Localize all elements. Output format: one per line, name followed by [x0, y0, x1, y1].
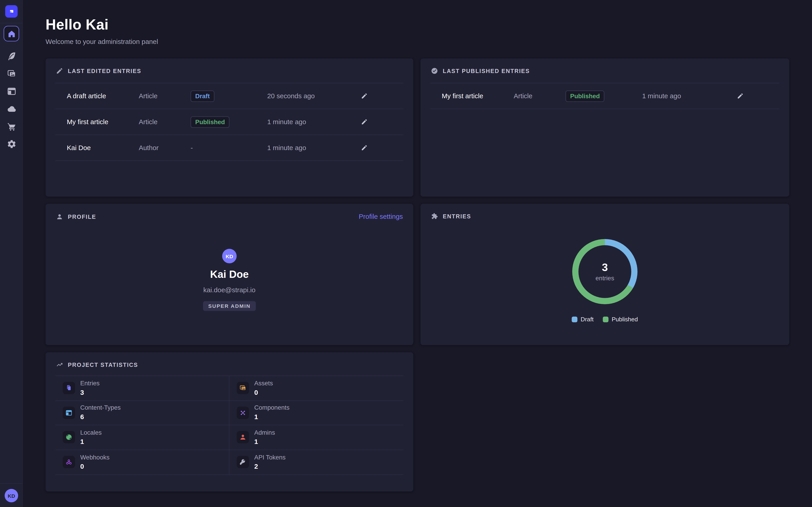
card-header: LAST PUBLISHED ENTRIES	[420, 58, 789, 81]
table-row[interactable]: Kai Doe Author - 1 minute ago	[55, 135, 404, 161]
status-badge: Draft	[191, 90, 214, 102]
profile-body: KD Kai Doe kai.doe@strapi.io SUPER ADMIN	[46, 227, 413, 311]
entry-time: 1 minute ago	[267, 144, 325, 152]
entry-type: Article	[139, 92, 191, 100]
draft-swatch	[572, 316, 577, 322]
feather-icon	[6, 51, 16, 61]
entry-type: Article	[139, 118, 191, 125]
card-title: PROFILE	[68, 213, 96, 220]
entries-donut: 3 entries	[572, 239, 638, 304]
stat-label: Components	[254, 405, 289, 412]
strapi-logo-icon	[7, 7, 15, 15]
entry-type: Author	[139, 144, 191, 152]
stat-value: 2	[254, 462, 286, 470]
project-statistics-card: PROJECT STATISTICS Entries3 Assets0 Cont…	[46, 352, 413, 492]
locales-icon	[65, 434, 72, 441]
sidebar-item-settings[interactable]	[6, 138, 17, 150]
sidebar-item-media-library[interactable]	[6, 68, 17, 79]
stat-value: 0	[254, 388, 273, 396]
sidebar-item-home[interactable]	[4, 26, 19, 42]
pencil-icon	[56, 67, 63, 74]
card-title: LAST PUBLISHED ENTRIES	[443, 68, 530, 74]
profile-name: Kai Doe	[210, 269, 249, 281]
stat-value: 3	[80, 388, 100, 396]
sidebar-item-content-manager[interactable]	[6, 51, 17, 61]
admins-icon	[239, 434, 247, 441]
stat-components: Components1	[230, 401, 403, 425]
page-title: Hello Kai	[46, 16, 158, 33]
pencil-icon	[361, 93, 367, 99]
role-badge: SUPER ADMIN	[203, 301, 256, 311]
stat-label: Assets	[254, 380, 273, 387]
page-subtitle: Welcome to your administration panel	[46, 38, 158, 46]
entry-time: 1 minute ago	[642, 92, 701, 100]
pencil-icon	[737, 93, 744, 99]
stat-label: Content-Types	[80, 405, 121, 412]
entries-count: 3	[602, 261, 608, 274]
entry-name: A draft article	[55, 92, 139, 100]
profile-settings-link[interactable]: Profile settings	[359, 213, 403, 220]
entries-icon	[65, 384, 72, 392]
sidebar-bottom-divider	[0, 483, 23, 484]
stat-value: 1	[254, 438, 275, 445]
app-canvas: KD Hello Kai Welcome to your administrat…	[0, 0, 812, 507]
check-circle-icon	[431, 67, 438, 74]
api-tokens-icon	[239, 459, 247, 466]
stat-label: API Tokens	[254, 454, 286, 461]
stat-api-tokens: API Tokens2	[230, 450, 403, 474]
webhooks-icon	[65, 459, 72, 466]
entries-table: My first article Article Published 1 min…	[430, 83, 779, 109]
user-icon	[56, 213, 63, 220]
pencil-icon	[361, 118, 367, 125]
table-row[interactable]: My first article Article Published 1 min…	[430, 83, 779, 109]
donut-center: 3 entries	[578, 245, 631, 298]
published-swatch	[603, 316, 609, 322]
user-avatar[interactable]: KD	[5, 489, 18, 503]
status-badge: Published	[191, 116, 230, 127]
table-row[interactable]: My first article Article Published 1 min…	[55, 109, 404, 135]
home-icon	[7, 29, 16, 38]
entries-unit: entries	[596, 275, 614, 282]
last-published-entries-card: LAST PUBLISHED ENTRIES My first article …	[420, 58, 789, 196]
layout-icon	[6, 86, 16, 96]
pencil-icon	[361, 145, 367, 151]
cloud-icon	[6, 104, 16, 114]
stat-label: Webhooks	[80, 454, 110, 461]
stat-assets: Assets0	[230, 376, 403, 401]
table-row[interactable]: A draft article Article Draft 20 seconds…	[55, 83, 404, 109]
last-edited-entries-card: LAST EDITED ENTRIES A draft article Arti…	[46, 58, 413, 196]
entries-chart-body: 3 entries Draft Published	[420, 227, 789, 323]
entry-time: 1 minute ago	[267, 118, 325, 125]
entry-name: My first article	[430, 92, 514, 100]
stats-grid: Entries3 Assets0 Content-Types6 Componen…	[55, 376, 404, 475]
puzzle-icon	[431, 213, 438, 220]
stat-value: 0	[80, 462, 110, 470]
stat-admins: Admins1	[230, 425, 403, 450]
entry-time: 20 seconds ago	[267, 92, 325, 100]
legend-label: Published	[612, 316, 638, 323]
entry-type: Article	[514, 92, 566, 100]
stat-value: 1	[254, 413, 289, 420]
sidebar-item-marketplace[interactable]	[6, 121, 17, 132]
edit-entry-button[interactable]	[359, 116, 369, 127]
entry-name: Kai Doe	[55, 144, 139, 152]
avatar: KD	[222, 249, 237, 263]
strapi-logo[interactable]	[5, 5, 17, 17]
sidebar-item-content-type-builder[interactable]	[6, 86, 17, 97]
status-empty: -	[191, 144, 193, 152]
profile-email: kai.doe@strapi.io	[203, 286, 256, 294]
sidebar-nav	[0, 26, 23, 150]
entries-table: A draft article Article Draft 20 seconds…	[55, 83, 404, 161]
edit-entry-button[interactable]	[734, 91, 746, 101]
card-title: ENTRIES	[443, 213, 471, 220]
stat-value: 6	[80, 413, 121, 420]
edit-entry-button[interactable]	[359, 91, 369, 101]
cart-icon	[6, 122, 16, 131]
card-title: LAST EDITED ENTRIES	[68, 68, 141, 74]
sidebar-divider	[0, 23, 23, 23]
components-icon	[239, 409, 247, 416]
stat-label: Admins	[254, 429, 275, 437]
status-badge: Published	[565, 90, 605, 102]
sidebar-item-deploy[interactable]	[6, 103, 17, 114]
edit-entry-button[interactable]	[359, 142, 369, 153]
